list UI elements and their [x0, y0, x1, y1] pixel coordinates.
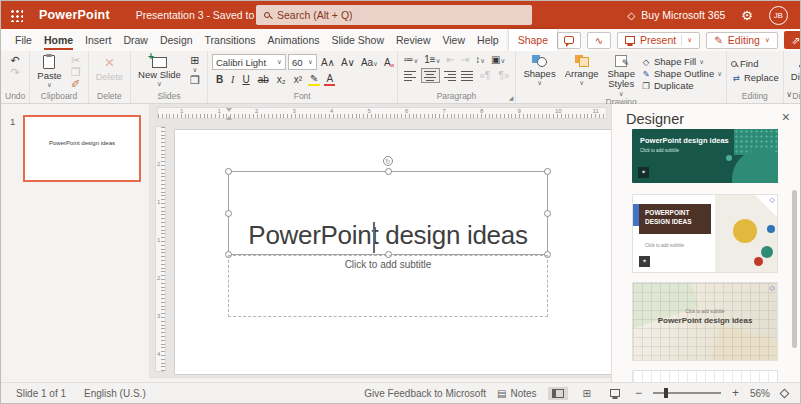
underline-button[interactable]: U — [240, 74, 251, 85]
text-options-button[interactable]: ▣∨ — [489, 54, 507, 65]
design-suggestion-1[interactable]: PowerPoint design ideas Click to add sub… — [632, 129, 778, 183]
designer-scrollbar[interactable] — [792, 190, 797, 348]
copy-button[interactable]: ❐ — [68, 66, 84, 78]
slide-title-text[interactable]: PowerPoint design ideas — [229, 220, 547, 251]
share-button[interactable]: ⇗ Share ∨ — [784, 31, 801, 49]
decrease-indent-button[interactable]: ⇤ — [444, 54, 456, 65]
shape-fill-button[interactable]: ◇ Shape Fill ∨ — [641, 56, 722, 67]
editing-mode-button[interactable]: ✎ Editing ∨ — [706, 32, 778, 49]
numbering-button[interactable]: 1≡∨ — [422, 54, 442, 65]
format-painter-button[interactable]: ✐ — [68, 78, 84, 90]
tab-slide-show[interactable]: Slide Show — [326, 29, 391, 51]
reuse-slides-button[interactable]: ❐ — [187, 74, 203, 86]
find-button[interactable]: Find — [731, 58, 779, 69]
canvas-horizontal-scrollbar[interactable] — [149, 377, 611, 382]
bullets-button[interactable]: ≔∨ — [402, 54, 421, 65]
design-suggestion-3[interactable]: Click to add subtitle PowerPoint design … — [632, 282, 778, 361]
shape-outline-button[interactable]: ✎ Shape Outline ∨ — [641, 68, 722, 79]
account-avatar[interactable]: JB — [769, 6, 788, 25]
selection-handle-nw[interactable] — [225, 168, 232, 175]
superscript-button[interactable]: x² — [292, 74, 304, 85]
clear-formatting-button[interactable]: A — [382, 57, 393, 68]
tab-animations[interactable]: Animations — [262, 29, 326, 51]
collapse-ribbon-button[interactable]: ∨ — [786, 90, 792, 99]
present-button[interactable]: Present ∨ — [617, 32, 700, 49]
right-to-left-button[interactable]: «¶ — [478, 70, 493, 81]
line-spacing-button[interactable]: ↕∨ — [473, 54, 487, 65]
paragraph-dialog-launcher[interactable]: ◢ — [509, 94, 514, 101]
tab-review[interactable]: Review — [390, 29, 436, 51]
cut-button[interactable]: ✂ — [68, 54, 84, 66]
tab-draw[interactable]: Draw — [117, 29, 154, 51]
language-button[interactable]: English (U.S.) — [84, 388, 146, 399]
slide-thumbnail-1[interactable]: PowerPoint design ideas — [23, 115, 141, 182]
design-suggestion-4[interactable] — [632, 370, 778, 383]
tab-home[interactable]: Home — [38, 29, 79, 51]
buy-microsoft-365-button[interactable]: ◇ Buy Microsoft 365 — [628, 9, 726, 21]
align-left-button[interactable] — [404, 70, 417, 81]
title-placeholder[interactable]: ↻ PowerPoint design ideas — [228, 171, 548, 255]
bold-button[interactable]: B — [214, 74, 225, 85]
zoom-level[interactable]: 56% — [750, 388, 770, 399]
zoom-in-button[interactable]: + — [732, 386, 739, 400]
font-size-select[interactable]: 60 ∨ — [288, 54, 317, 70]
slide-editing-surface[interactable]: ↻ PowerPoint design ideas Click to add s… — [175, 130, 611, 374]
tab-file[interactable]: File — [9, 29, 38, 51]
undo-button[interactable]: ↶ — [7, 54, 23, 66]
decrease-font-size-button[interactable]: A∨ — [339, 57, 357, 68]
tab-insert[interactable]: Insert — [79, 29, 117, 51]
design-suggestion-2[interactable]: POWERPOINT DESIGN IDEAS Click to add sub… — [632, 194, 778, 273]
subscript-button[interactable]: x₂ — [275, 74, 288, 85]
shape-styles-button[interactable]: Shape Styles ∨ — [604, 54, 637, 97]
settings-gear-icon[interactable]: ⚙ — [741, 8, 753, 23]
increase-font-size-button[interactable]: A∧ — [319, 57, 337, 68]
paste-button[interactable]: Paste ∨ — [34, 54, 64, 89]
selection-handle-w[interactable] — [225, 210, 232, 217]
tab-shape[interactable]: Shape — [509, 29, 557, 51]
shapes-button[interactable]: Shapes ∨ — [520, 54, 558, 87]
search-box[interactable] — [256, 5, 532, 25]
arrange-button[interactable]: Arrange ∨ — [562, 54, 602, 87]
indent-marker[interactable] — [226, 108, 233, 120]
left-to-right-button[interactable]: ¶» — [496, 70, 511, 81]
new-slide-button[interactable]: New Slide ∨ — [135, 54, 184, 88]
rotation-handle[interactable]: ↻ — [383, 156, 393, 166]
delete-button[interactable]: × Delete — [93, 54, 126, 82]
justify-button[interactable] — [461, 70, 474, 81]
replace-button[interactable]: ⇄ Replace — [731, 72, 779, 83]
normal-view-button[interactable] — [548, 387, 568, 400]
slide-sorter-view-button[interactable]: ⊞ — [579, 386, 595, 401]
selection-handle-ne[interactable] — [544, 168, 551, 175]
search-input[interactable] — [277, 9, 477, 21]
zoom-out-button[interactable]: − — [635, 386, 642, 400]
app-launcher-button[interactable] — [1, 1, 31, 29]
tab-help[interactable]: Help — [471, 29, 505, 51]
font-name-select[interactable]: Calibri Light ∨ — [212, 54, 286, 70]
notes-button[interactable]: ▤ Notes — [497, 388, 537, 399]
dictate-button[interactable]: Dictate ∨ — [788, 54, 801, 90]
increase-indent-button[interactable]: ⇥ — [459, 54, 471, 65]
font-color-button[interactable]: A — [324, 73, 335, 86]
tab-design[interactable]: Design — [154, 29, 199, 51]
feedback-button[interactable]: Give Feedback to Microsoft — [364, 388, 486, 399]
fit-to-window-icon[interactable] — [780, 388, 790, 398]
zoom-slider-handle[interactable] — [664, 388, 668, 398]
catch-up-button[interactable]: ∿ — [587, 32, 611, 49]
redo-button[interactable]: ↷ — [7, 66, 23, 78]
slide-layout-button[interactable]: ⊞ — [187, 54, 203, 66]
slideshow-view-button[interactable] — [606, 387, 624, 399]
selection-handle-n[interactable] — [385, 168, 392, 175]
highlight-color-button[interactable]: ✎ — [308, 73, 320, 86]
change-case-button[interactable]: Aa∨ — [359, 57, 380, 68]
subtitle-placeholder[interactable]: Click to add subtitle — [228, 255, 548, 317]
strikethrough-button[interactable]: ab — [256, 74, 271, 85]
zoom-slider[interactable] — [653, 392, 721, 394]
duplicate-button[interactable]: ❐ Duplicate — [641, 80, 722, 91]
comments-button[interactable] — [557, 32, 581, 49]
italic-button[interactable]: I — [229, 74, 236, 85]
align-right-button[interactable] — [444, 70, 457, 81]
close-icon[interactable]: × — [782, 109, 790, 125]
align-center-selected[interactable] — [421, 68, 440, 83]
selection-handle-e[interactable] — [544, 210, 551, 217]
tab-view[interactable]: View — [436, 29, 471, 51]
